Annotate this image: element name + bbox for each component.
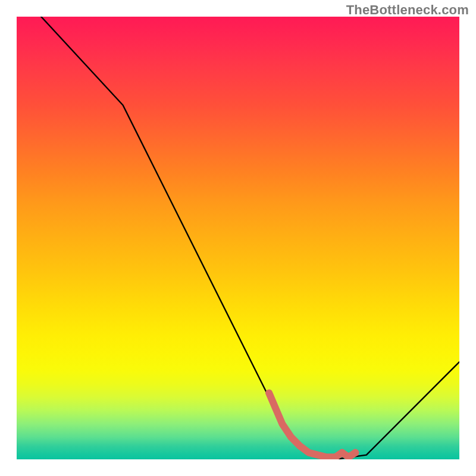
highlight-dot <box>339 449 346 456</box>
yaxis-right <box>459 17 476 459</box>
chart-svg <box>17 17 459 459</box>
yaxis-left <box>0 17 17 459</box>
watermark-text: TheBottleneck.com <box>346 2 469 18</box>
highlight-dot <box>352 449 359 456</box>
highlight-curve <box>269 393 359 459</box>
highlight-line <box>269 393 355 457</box>
highlight-dots <box>332 449 359 459</box>
main-curve <box>17 17 459 459</box>
plot-area <box>17 17 459 459</box>
bottleneck-line <box>17 17 459 459</box>
xaxis-area <box>17 459 459 476</box>
